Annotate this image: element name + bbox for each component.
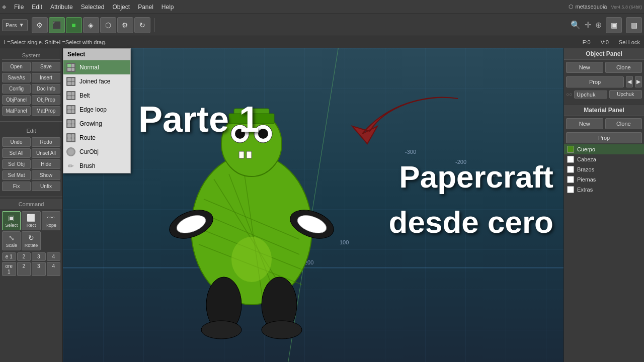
select-menu-normal[interactable]: Normal: [63, 60, 130, 74]
prev-object-button[interactable]: ◀: [626, 76, 633, 87]
new-material-button[interactable]: New: [566, 118, 603, 129]
num-e-button[interactable]: e 1: [2, 252, 16, 261]
menu-edit[interactable]: Edit: [28, 3, 46, 12]
menu-selected[interactable]: Selected: [77, 3, 109, 12]
config-docinfo-row: Config Doc Info: [2, 84, 60, 94]
cmd-rect[interactable]: ⬜ Rect: [22, 211, 40, 230]
svg-point-33: [262, 321, 302, 339]
sel-all-button[interactable]: Sel All: [2, 148, 31, 158]
doc-info-button[interactable]: Doc Info: [32, 84, 60, 94]
overlay-papercraft-text: Papercraft: [399, 159, 553, 195]
sel-lock[interactable]: Sel Lock: [619, 39, 640, 45]
app-version: Ver4.5.8 (64bit): [611, 5, 642, 10]
show-button[interactable]: Show: [32, 170, 60, 180]
next-object-button[interactable]: ▶: [635, 76, 642, 87]
menu-panel[interactable]: Panel: [134, 3, 157, 12]
menu-attribute[interactable]: Attribute: [46, 3, 77, 12]
overlay-desde-text: desde cero: [389, 204, 553, 240]
piernas-color: [567, 176, 574, 183]
brazos-name: Brazos: [577, 166, 594, 172]
cmd-select[interactable]: ▣ Select: [2, 211, 21, 230]
toolbar-view-2[interactable]: ▤: [626, 17, 642, 33]
select-menu-brush[interactable]: ✏ Brush: [63, 159, 130, 173]
obj-panel-button[interactable]: ObjPanel: [2, 95, 31, 105]
sel-obj-button[interactable]: Sel Obj: [2, 159, 31, 169]
open-button[interactable]: Open: [2, 62, 31, 71]
clone-material-button[interactable]: Clone: [605, 118, 642, 129]
toolbar-icon-vertex[interactable]: ■: [66, 17, 82, 33]
viewport[interactable]: -300 -200 -100 100 200 400 -200 -100 Par…: [63, 48, 564, 362]
obj-prop-button[interactable]: ObjProp: [32, 95, 60, 105]
select-menu-joined-face[interactable]: Joined face: [63, 74, 130, 88]
search-icon[interactable]: 🔍: [571, 20, 581, 30]
status-hint: L=Select single. Shift+L=Select with dra…: [4, 39, 106, 45]
sel-mat-button[interactable]: Sel Mat: [2, 170, 31, 180]
redo-button[interactable]: Redo: [32, 137, 60, 147]
num-ore-button[interactable]: ore 1: [2, 262, 16, 276]
save-button[interactable]: Save: [32, 62, 60, 71]
select-menu-curobj[interactable]: CurObj: [63, 145, 130, 159]
toolbar-icon-face[interactable]: ⬡: [100, 17, 116, 33]
toolbar-icon-object[interactable]: ⚙: [117, 17, 133, 33]
toolbar-icon-settings[interactable]: ⚙: [32, 17, 48, 33]
select-menu-edge-loop[interactable]: Edge loop: [63, 103, 130, 117]
mat-prop-button[interactable]: MatProp: [32, 106, 60, 116]
upchunk-button[interactable]: Upchuk: [609, 90, 642, 99]
insert-button[interactable]: Insert: [32, 73, 60, 82]
toolbar-icon-refresh[interactable]: ↻: [134, 17, 150, 33]
menu-help[interactable]: Help: [157, 3, 178, 12]
new-object-button[interactable]: New: [566, 62, 603, 73]
select-menu-route-label: Route: [79, 134, 96, 141]
material-item-brazos[interactable]: Brazos: [564, 164, 644, 174]
frame-counter: F:0: [583, 39, 591, 45]
select-dropdown-menu: Select Normal Joined face Belt: [63, 48, 131, 173]
num-3b-button[interactable]: 3: [32, 262, 46, 276]
cmd-scale[interactable]: ⤡ Scale: [2, 231, 21, 250]
prop-button[interactable]: Prop: [566, 76, 624, 87]
hide-button[interactable]: Hide: [32, 159, 60, 169]
select-menu-growing[interactable]: Growing: [63, 117, 130, 131]
select-menu-growing-label: Growing: [79, 120, 102, 127]
num-row-1: e 1 2 3 4: [0, 252, 62, 262]
object-name-row: ○○ Upchuk Upchuk: [564, 88, 644, 100]
select-menu-route[interactable]: Route: [63, 131, 130, 145]
mat-panel-button[interactable]: MatPanel: [2, 106, 31, 116]
material-item-cabeza[interactable]: Cabeza: [564, 154, 644, 164]
svg-point-34: [231, 237, 272, 282]
svg-rect-24: [239, 151, 244, 158]
num-2-button[interactable]: 2: [17, 252, 31, 261]
clone-object-button[interactable]: Clone: [605, 62, 642, 73]
menu-object[interactable]: Object: [108, 3, 134, 12]
toolbar-icon-edge[interactable]: ◈: [83, 17, 99, 33]
unfix-button[interactable]: Unfix: [32, 182, 60, 191]
num-2b-button[interactable]: 2: [17, 262, 31, 276]
transform-icon[interactable]: ⊕: [595, 20, 602, 30]
menu-file[interactable]: File: [10, 3, 28, 12]
cmd-rope[interactable]: 〰 Rope: [42, 211, 60, 230]
undo-button[interactable]: Undo: [2, 137, 31, 147]
view-mode-dropdown[interactable]: Pers ▼: [2, 19, 28, 31]
num-4b-button[interactable]: 4: [47, 262, 61, 276]
toolbar-icon-select-box[interactable]: ⬛: [49, 17, 65, 33]
num-3-button[interactable]: 3: [32, 252, 46, 261]
sidebar-divider-2: [0, 197, 62, 197]
undo-redo-row: Undo Redo: [2, 137, 60, 147]
saveas-button[interactable]: SaveAs: [2, 73, 31, 82]
cmd-rotate[interactable]: ↻ Rotate: [22, 231, 40, 250]
saveas-insert-row: SaveAs Insert: [2, 73, 60, 82]
material-item-cuerpo[interactable]: Cuerpo: [564, 144, 644, 154]
num-4-button[interactable]: 4: [47, 252, 61, 261]
select-menu-belt[interactable]: Belt: [63, 88, 130, 103]
material-item-piernas[interactable]: Piernas: [564, 174, 644, 185]
move-icon[interactable]: ✛: [585, 20, 591, 30]
config-button[interactable]: Config: [2, 84, 31, 94]
object-name-field[interactable]: Upchuk: [574, 90, 607, 99]
metasequoia-logo: ⬡ metasequoia: [569, 4, 607, 10]
mat-prop-button[interactable]: Prop: [566, 132, 642, 143]
material-item-extras[interactable]: Extras: [564, 185, 644, 195]
rotate-icon: ↻: [28, 234, 34, 242]
sidebar-divider-1: [0, 121, 62, 122]
unsel-all-button[interactable]: Unsel All: [32, 148, 60, 158]
fix-button[interactable]: Fix: [2, 182, 31, 191]
toolbar-view-1[interactable]: ▣: [606, 17, 622, 33]
